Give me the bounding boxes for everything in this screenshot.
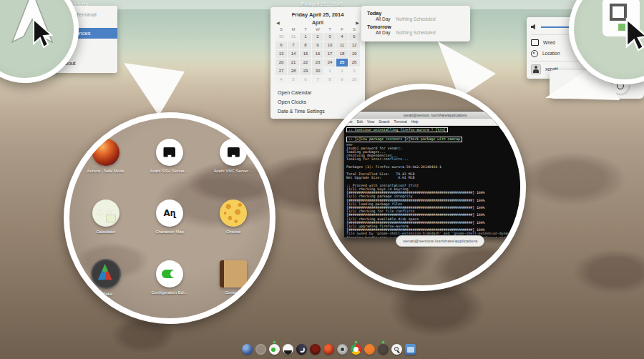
calendar-day-cell[interactable]: 2 <box>336 67 348 75</box>
dock-icon[interactable] <box>337 344 348 355</box>
calendar-day-cell[interactable]: 15 <box>300 50 311 58</box>
app-label: Calculator <box>96 230 115 234</box>
dock-icon[interactable] <box>296 344 307 355</box>
dock-icon[interactable] <box>323 344 334 355</box>
calendar-day-cell[interactable]: 16 <box>312 50 323 58</box>
calendar-day-cell[interactable]: 23 <box>312 59 323 67</box>
calendar-day-cell[interactable]: 1 <box>300 33 311 41</box>
calendar-day-cell[interactable]: 18 <box>336 50 348 58</box>
calendar-day-cell[interactable]: 22 <box>300 59 311 67</box>
app-icon-glyph: +× <box>97 208 114 217</box>
terminal-title: xenatt@xenixos: /usr/share/applications <box>404 113 467 117</box>
terminal-menu-item[interactable]: File <box>347 120 353 124</box>
terminal-menubar: FileEditViewSearchTerminalHelp <box>344 119 526 126</box>
app-launcher[interactable]: Avahi SSH Server ... <box>139 139 200 173</box>
terminal-menu-item[interactable]: Terminal <box>394 120 407 124</box>
terminal-menu-item[interactable]: Edit <box>357 120 363 124</box>
dock-icon[interactable] <box>269 344 280 355</box>
calendar-day-cell[interactable]: 19 <box>348 50 360 58</box>
dock-icon[interactable] <box>364 344 375 355</box>
calendar-day-cell[interactable]: 4 <box>275 76 287 84</box>
calendar-day-grid: 3031123456789101112131415161718192021222… <box>270 33 365 84</box>
calendar-day-cell[interactable]: 10 <box>348 76 360 84</box>
calendar-day-cell[interactable]: 17 <box>324 50 336 58</box>
calendar-day-cell[interactable]: 25 <box>336 59 348 67</box>
calendar-day-cell[interactable]: 14 <box>288 50 299 58</box>
app-icon: Aղ <box>156 200 183 227</box>
dock-icon[interactable] <box>391 344 402 355</box>
prev-month-icon[interactable]: ◀ <box>276 20 280 25</box>
app-icon <box>156 260 183 287</box>
calendar-day-cell[interactable]: 29 <box>300 67 311 75</box>
app-label: Contacts <box>225 290 242 295</box>
agenda-section: Tomorrow All Day Nothing Scheduled <box>367 24 464 35</box>
terminal-menu-item[interactable]: View <box>367 120 374 124</box>
window-icon <box>574 0 644 79</box>
dock-icon[interactable] <box>378 344 389 355</box>
lock-button[interactable] <box>575 76 594 94</box>
calendar-day-cell[interactable]: 3 <box>348 67 360 75</box>
terminal-line: :: [v]iew package contents [c]heck packa… <box>346 137 462 142</box>
dock-icon[interactable] <box>255 344 266 355</box>
calendar-day-cell[interactable]: 11 <box>336 41 348 49</box>
app-label: Character Map <box>155 230 184 234</box>
calendar-day-cell[interactable]: 4 <box>336 33 348 41</box>
calendar-day-cell[interactable]: 12 <box>348 41 360 49</box>
calendar-day-cell[interactable]: 13 <box>275 50 287 58</box>
terminal-line: :: Continue uninstalling firefox-aurora … <box>346 127 448 132</box>
calendar-day-cell[interactable]: 21 <box>288 59 299 67</box>
calendar-link[interactable]: Date & Time Settings <box>278 107 358 116</box>
agenda-section: Today All Day Nothing Scheduled <box>367 11 464 21</box>
calendar-day-cell[interactable]: 7 <box>312 76 323 84</box>
app-launcher[interactable]: Aղ Character Map <box>139 200 200 234</box>
calendar-day-cell[interactable]: 1 <box>324 67 336 75</box>
dock-icon[interactable] <box>310 344 321 355</box>
agenda-time: All Day <box>376 16 391 21</box>
calendar-day-cell[interactable]: 6 <box>275 41 287 49</box>
calendar-day-cell[interactable]: 30 <box>275 33 287 41</box>
calendar-day-cell[interactable]: 8 <box>300 41 311 49</box>
calendar-day-cell[interactable]: 20 <box>275 59 287 67</box>
calendar-day-cell[interactable]: 3 <box>324 33 336 41</box>
terminal-output: :: Continue uninstalling firefox-aurora … <box>344 126 526 238</box>
next-month-icon[interactable]: ▶ <box>356 20 359 25</box>
desktop: Applications Fri April 25, 18:45 Open Te… <box>0 0 644 359</box>
dock-icon[interactable] <box>405 344 416 355</box>
calendar-day-cell[interactable]: 6 <box>300 76 311 84</box>
app-launcher[interactable]: +× Calculator <box>75 200 137 234</box>
calendar-day-cell[interactable]: 26 <box>348 59 360 67</box>
dock-icon[interactable] <box>283 344 293 355</box>
arch-logo-icon <box>0 0 68 72</box>
dock <box>242 344 416 355</box>
app-icon <box>220 260 247 287</box>
app-launcher[interactable]: Configuration Edi... <box>139 260 200 295</box>
calendar-day-cell[interactable]: 28 <box>288 67 299 75</box>
lock-icon <box>582 84 587 89</box>
terminal-menu-item[interactable]: Help <box>411 120 419 124</box>
app-icon <box>220 139 247 166</box>
app-label: Configuration Edi... <box>151 290 187 295</box>
app-label: Cheese <box>226 230 241 234</box>
calendar-day-cell[interactable]: 9 <box>336 76 348 84</box>
calendar-day-cell[interactable]: 31 <box>288 33 299 41</box>
terminal-menu-item[interactable]: Search <box>379 120 389 124</box>
terminal-window: xenatt@xenixos: /usr/share/applications … <box>343 111 526 238</box>
calendar-day-cell[interactable]: 24 <box>324 59 336 67</box>
application-grid: Aurora - Safe Mode Avahi SSH Server ... … <box>74 125 265 308</box>
day-header: F <box>336 26 348 33</box>
calendar-day-cell[interactable]: 2 <box>312 33 323 41</box>
calendar-link[interactable]: Open Calendar <box>278 88 358 97</box>
dock-icon[interactable] <box>351 344 361 355</box>
calendar-day-cell[interactable]: 9 <box>312 41 323 49</box>
calendar-day-cell[interactable]: 30 <box>312 67 323 75</box>
calendar-day-cell[interactable]: 5 <box>348 33 360 41</box>
calendar-day-cell[interactable]: 8 <box>324 76 336 84</box>
app-launcher[interactable]: Cheese <box>203 200 264 234</box>
calendar-day-cell[interactable]: 10 <box>324 41 336 49</box>
calendar-month-nav: ◀ April ▶ <box>270 18 365 26</box>
calendar-day-cell[interactable]: 5 <box>288 76 299 84</box>
calendar-day-cell[interactable]: 27 <box>275 67 287 75</box>
calendar-day-cell[interactable]: 7 <box>288 41 299 49</box>
calendar-link[interactable]: Open Clocks <box>278 97 358 107</box>
dock-icon[interactable] <box>242 344 253 355</box>
